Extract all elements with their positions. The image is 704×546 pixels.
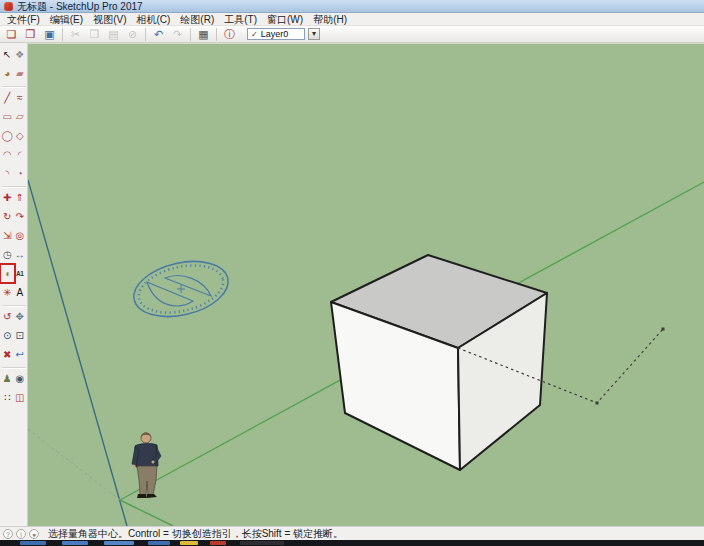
previous-view-tool[interactable]: ↩ [14, 346, 27, 363]
cut-button: ✂ [66, 27, 85, 42]
section-plane-tool[interactable]: ◫ [14, 389, 27, 406]
walk-tool[interactable]: ∷ [1, 389, 14, 406]
menu-edit[interactable]: 编辑(E) [45, 13, 88, 26]
toolbar-separator [190, 28, 191, 41]
layer-dropdown-arrow[interactable]: ▾ [308, 28, 320, 40]
palette-row: ⇲◎ [0, 227, 27, 246]
select-tool[interactable]: ↖ [1, 46, 14, 63]
push-pull-tool[interactable]: ⇑ [14, 189, 27, 206]
scale-figure-person [132, 433, 161, 499]
taskbar-item[interactable] [62, 541, 88, 545]
follow-me-tool[interactable]: ↷ [14, 208, 27, 225]
offset-tool[interactable]: ◎ [14, 227, 27, 244]
zoom-tool[interactable]: ⊙ [1, 327, 14, 344]
palette-row: ◷↔ [0, 246, 27, 265]
palette-row: ↖❖ [0, 46, 27, 65]
toolbar-separator [145, 28, 146, 41]
taskbar-item[interactable] [240, 541, 284, 545]
rectangle-tool[interactable]: ▭ [1, 108, 14, 125]
layer-dropdown-value: Layer0 [261, 28, 289, 40]
menu-help[interactable]: 帮助(H) [308, 13, 352, 26]
menu-tools[interactable]: 工具(T) [219, 13, 262, 26]
circle-tool[interactable]: ◯ [1, 127, 14, 144]
taskbar-item[interactable] [180, 541, 198, 545]
sketchup-window: 无标题 - SketchUp Pro 2017 文件(F)编辑(E)视图(V)相… [0, 0, 704, 546]
print-button[interactable]: ▦ [194, 27, 213, 42]
menu-draw[interactable]: 绘图(R) [175, 13, 219, 26]
menu-window[interactable]: 窗口(W) [262, 13, 308, 26]
position-camera-tool[interactable]: ♟ [1, 370, 14, 387]
taskbar-item[interactable] [148, 541, 170, 545]
scale-tool[interactable]: ⇲ [1, 227, 14, 244]
palette-row: ♟◉ [0, 370, 27, 389]
pan-tool[interactable]: ✥ [14, 308, 27, 325]
new-button[interactable]: ❏ [2, 27, 21, 42]
palette-row: ✚⇑ [0, 189, 27, 208]
zoom-window-tool[interactable]: ⊡ [14, 327, 27, 344]
taskbar-item[interactable] [104, 541, 134, 545]
sketchup-logo-icon [4, 2, 13, 11]
help-icon[interactable]: ? [3, 529, 13, 539]
undo-button[interactable]: ↶ [149, 27, 168, 42]
inference-endpoint [596, 402, 599, 405]
palette-row: ◯◇ [0, 127, 27, 146]
protractor-tool[interactable]: ◖ [1, 265, 14, 282]
save-button[interactable]: ▣ [40, 27, 59, 42]
rotate-tool[interactable]: ↻ [1, 208, 14, 225]
model-info-button[interactable]: ⓘ [220, 27, 239, 42]
pie-tool[interactable]: ◔ [14, 165, 27, 182]
freehand-tool[interactable]: ≈ [14, 89, 27, 106]
layer-dropdown[interactable]: ✓ Layer0 [247, 28, 305, 40]
tape-measure-tool[interactable]: ◷ [1, 246, 14, 263]
palette-row: ⊙⊡ [0, 327, 27, 346]
red-axis-negative [28, 429, 120, 500]
palette-row: ↺✥ [0, 308, 27, 327]
make-component-tool[interactable]: ❖ [14, 46, 27, 63]
eraser-tool[interactable]: ▰ [14, 65, 27, 82]
drawing-canvas[interactable] [28, 43, 704, 526]
status-bar-icons: ?i● [3, 529, 42, 539]
window-title: 无标题 - SketchUp Pro 2017 [17, 0, 143, 13]
delete-button: ⊘ [123, 27, 142, 42]
palette-row: ◖A1 [0, 265, 27, 284]
look-around-tool[interactable]: ◉ [14, 370, 27, 387]
palette-row: ╱≈ [0, 89, 27, 108]
layer-visible-check-icon: ✓ [251, 30, 258, 39]
menu-camera[interactable]: 相机(C) [131, 13, 175, 26]
zoom-extents-tool[interactable]: ✖ [1, 346, 14, 363]
rotated-rectangle-tool[interactable]: ▱ [14, 108, 27, 125]
taskbar-item[interactable] [20, 541, 46, 545]
windows-taskbar[interactable] [0, 540, 704, 546]
taskbar-item[interactable] [210, 541, 226, 545]
inference-endpoint [662, 328, 665, 331]
chevron-down-icon: ▾ [312, 29, 316, 38]
protractor-cursor [128, 253, 233, 325]
three-point-arc-tool[interactable]: ◝ [1, 165, 14, 182]
title-bar[interactable]: 无标题 - SketchUp Pro 2017 [0, 0, 704, 13]
axes-tool[interactable]: ✳ [1, 284, 14, 301]
open-button[interactable]: ❒ [21, 27, 40, 42]
3d-text-tool[interactable]: A [14, 284, 27, 301]
palette-row: ✖↩ [0, 346, 27, 365]
toolbar-separator [216, 28, 217, 41]
model-viewport [28, 43, 704, 526]
geolocation-icon[interactable]: i [16, 529, 26, 539]
palette-row: ∷◫ [0, 389, 27, 408]
polygon-tool[interactable]: ◇ [14, 127, 27, 144]
dimension-tool[interactable]: ↔ [14, 246, 27, 263]
main-toolbar: ❏❒▣✂❐▤⊘↶↷▦ⓘ ✓ Layer0 ▾ [0, 26, 704, 43]
orbit-tool[interactable]: ↺ [1, 308, 14, 325]
toolbar-buttons: ❏❒▣✂❐▤⊘↶↷▦ⓘ [2, 26, 239, 42]
paint-bucket-tool[interactable]: ◕ [1, 65, 14, 82]
copy-button: ❐ [85, 27, 104, 42]
move-tool[interactable]: ✚ [1, 189, 14, 206]
palette-row: ▭▱ [0, 108, 27, 127]
menu-view[interactable]: 视图(V) [88, 13, 131, 26]
arc-tool[interactable]: ◠ [1, 146, 14, 163]
credits-icon[interactable]: ● [29, 529, 39, 539]
text-tool[interactable]: A1 [14, 265, 27, 282]
cube-model [331, 255, 547, 470]
line-tool[interactable]: ╱ [1, 89, 14, 106]
menu-file[interactable]: 文件(F) [2, 13, 45, 26]
two-point-arc-tool[interactable]: ◜ [14, 146, 27, 163]
